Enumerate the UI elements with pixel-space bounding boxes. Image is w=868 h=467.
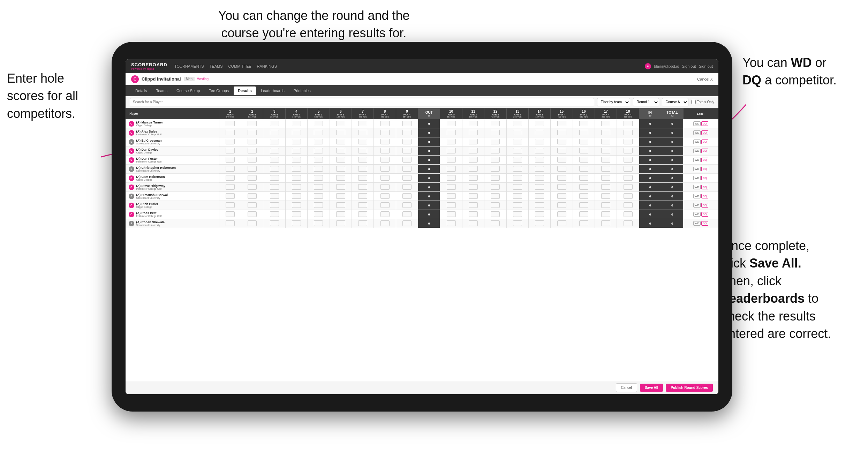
score-input-hole-16[interactable]: [579, 175, 588, 181]
wd-button[interactable]: WD: [693, 185, 701, 189]
score-input-hole-12[interactable]: [491, 202, 500, 208]
score-input-hole-10[interactable]: [447, 202, 456, 208]
score-input-hole-13[interactable]: [513, 157, 522, 163]
score-input-hole-1[interactable]: [226, 211, 235, 217]
score-input-hole-12[interactable]: [491, 193, 500, 199]
score-input-hole-14[interactable]: [535, 211, 544, 217]
score-input-hole-15[interactable]: [557, 121, 566, 126]
score-input-hole-5[interactable]: [314, 202, 323, 208]
score-input-hole-2[interactable]: [248, 121, 257, 126]
score-input-hole-14[interactable]: [535, 220, 544, 226]
score-input-hole-4[interactable]: [292, 175, 301, 181]
score-input-hole-11[interactable]: [469, 211, 478, 217]
score-input-hole-9[interactable]: [402, 130, 412, 135]
score-input-hole-7[interactable]: [358, 220, 367, 226]
score-input-hole-18[interactable]: [624, 211, 633, 217]
score-input-hole-7[interactable]: [358, 166, 367, 172]
score-input-hole-1[interactable]: [226, 175, 235, 181]
course-select[interactable]: Course A: [662, 98, 688, 106]
score-input-hole-16[interactable]: [579, 166, 588, 172]
score-input-hole-18[interactable]: [624, 121, 633, 126]
score-input-hole-1[interactable]: [226, 148, 235, 153]
score-input-hole-18[interactable]: [624, 148, 633, 153]
score-input-hole-18[interactable]: [624, 139, 633, 144]
tab-tee-groups[interactable]: Tee Groups: [205, 86, 233, 95]
dq-button[interactable]: DQ: [701, 203, 708, 208]
score-input-hole-5[interactable]: [314, 139, 323, 144]
score-input-hole-16[interactable]: [579, 139, 588, 144]
score-input-hole-10[interactable]: [447, 157, 456, 163]
score-input-hole-10[interactable]: [447, 211, 456, 217]
score-input-hole-11[interactable]: [469, 184, 478, 190]
score-input-hole-3[interactable]: [270, 121, 279, 126]
score-input-hole-8[interactable]: [380, 121, 390, 126]
score-input-hole-12[interactable]: [491, 175, 500, 181]
publish-button[interactable]: Publish Round Scores: [666, 384, 713, 392]
score-input-hole-10[interactable]: [447, 175, 456, 181]
score-input-hole-18[interactable]: [624, 193, 633, 199]
score-input-hole-4[interactable]: [292, 157, 301, 163]
score-input-hole-3[interactable]: [270, 184, 279, 190]
score-input-hole-11[interactable]: [469, 139, 478, 144]
score-input-hole-18[interactable]: [624, 202, 633, 208]
score-input-hole-11[interactable]: [469, 157, 478, 163]
score-input-hole-10[interactable]: [447, 121, 456, 126]
score-input-hole-1[interactable]: [226, 202, 235, 208]
score-input-hole-15[interactable]: [557, 175, 566, 181]
score-input-hole-17[interactable]: [601, 121, 610, 126]
score-input-hole-8[interactable]: [380, 148, 390, 153]
score-input-hole-17[interactable]: [601, 166, 610, 172]
score-input-hole-12[interactable]: [491, 211, 500, 217]
score-input-hole-5[interactable]: [314, 193, 323, 199]
dq-button[interactable]: DQ: [701, 140, 708, 144]
score-input-hole-18[interactable]: [624, 175, 633, 181]
score-input-hole-16[interactable]: [579, 211, 588, 217]
wd-button[interactable]: WD: [693, 121, 701, 126]
score-input-hole-13[interactable]: [513, 211, 522, 217]
score-input-hole-14[interactable]: [535, 148, 544, 153]
score-input-hole-9[interactable]: [402, 166, 412, 172]
score-input-hole-10[interactable]: [447, 139, 456, 144]
score-input-hole-5[interactable]: [314, 184, 323, 190]
score-input-hole-13[interactable]: [513, 175, 522, 181]
dq-button[interactable]: DQ: [701, 149, 708, 153]
round-select[interactable]: Round 1: [633, 98, 659, 106]
score-input-hole-15[interactable]: [557, 184, 566, 190]
score-input-hole-16[interactable]: [579, 193, 588, 199]
score-input-hole-13[interactable]: [513, 184, 522, 190]
tab-details[interactable]: Details: [131, 86, 151, 95]
dq-button[interactable]: DQ: [701, 194, 708, 198]
score-input-hole-11[interactable]: [469, 202, 478, 208]
score-input-hole-17[interactable]: [601, 184, 610, 190]
score-input-hole-14[interactable]: [535, 130, 544, 135]
nav-rankings[interactable]: RANKINGS: [257, 64, 277, 68]
score-input-hole-9[interactable]: [402, 175, 412, 181]
score-input-hole-5[interactable]: [314, 148, 323, 153]
score-input-hole-11[interactable]: [469, 130, 478, 135]
score-input-hole-14[interactable]: [535, 139, 544, 144]
score-input-hole-4[interactable]: [292, 139, 301, 144]
score-input-hole-9[interactable]: [402, 220, 412, 226]
score-input-hole-13[interactable]: [513, 166, 522, 172]
score-input-hole-1[interactable]: [226, 166, 235, 172]
cancel-button-top[interactable]: Cancel X: [697, 77, 713, 81]
score-input-hole-18[interactable]: [624, 220, 633, 226]
score-input-hole-4[interactable]: [292, 148, 301, 153]
score-input-hole-7[interactable]: [358, 184, 367, 190]
score-input-hole-10[interactable]: [447, 184, 456, 190]
score-input-hole-5[interactable]: [314, 157, 323, 163]
score-input-hole-12[interactable]: [491, 184, 500, 190]
score-input-hole-1[interactable]: [226, 184, 235, 190]
score-input-hole-18[interactable]: [624, 130, 633, 135]
score-input-hole-10[interactable]: [447, 166, 456, 172]
score-input-hole-1[interactable]: [226, 157, 235, 163]
score-input-hole-9[interactable]: [402, 211, 412, 217]
tab-leaderboards[interactable]: Leaderboards: [257, 86, 289, 95]
score-input-hole-12[interactable]: [491, 130, 500, 135]
score-input-hole-11[interactable]: [469, 148, 478, 153]
score-input-hole-15[interactable]: [557, 220, 566, 226]
score-input-hole-3[interactable]: [270, 166, 279, 172]
score-input-hole-6[interactable]: [336, 184, 345, 190]
score-input-hole-3[interactable]: [270, 139, 279, 144]
score-input-hole-1[interactable]: [226, 193, 235, 199]
